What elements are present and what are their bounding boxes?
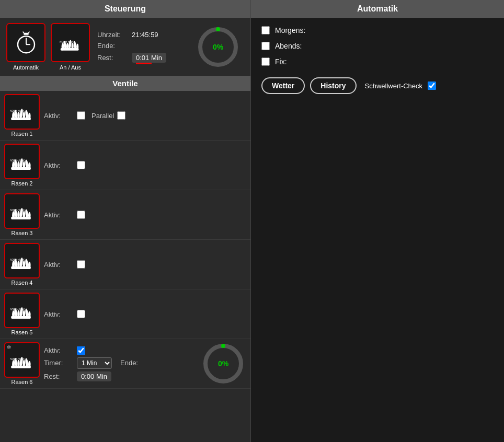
progress-circle-top: 0% (197, 26, 239, 68)
rasen6-label: Rasen 6 (12, 379, 33, 385)
history-button[interactable]: History (310, 77, 356, 94)
svg-rect-60 (11, 316, 31, 319)
svg-rect-1 (24, 32, 29, 34)
grass-icon-top: NORH-HIYAK (58, 30, 83, 55)
rest-label-top: Rest: (97, 54, 129, 62)
wetter-button[interactable]: Wetter (261, 77, 305, 94)
an-aus-button[interactable]: NORH-HIYAK An / Aus (51, 23, 90, 71)
automatik-buttons: Wetter History Schwellwert-Check (261, 77, 494, 94)
svg-text:NORH-HIYAK: NORH-HIYAK (10, 358, 25, 360)
aktiv-label-r4: Aktiv: (44, 261, 73, 269)
progress-pct-bottom: 0% (218, 359, 228, 368)
automatik-content: Morgens: Abends: Fix: Wetter History Sch… (251, 18, 504, 102)
ventile-item-rasen3: NORH-HIYAK Rasen 3 Aktiv: (0, 190, 250, 240)
ventile-list: NORH-HIYAK Rasen 1 Aktiv: Parallel (0, 91, 250, 442)
abends-checkbox[interactable] (261, 42, 270, 50)
svg-rect-13 (60, 48, 78, 50)
parallel-label-r1: Parallel (91, 112, 114, 120)
aktiv-checkbox-r4[interactable] (77, 260, 85, 269)
svg-text:NORH-HIYAK: NORH-HIYAK (10, 110, 25, 112)
ventile-header: Ventile (0, 76, 250, 91)
aktiv-label-r2: Aktiv: (44, 161, 73, 169)
timer-select-r6[interactable]: 1 Min 2 Min 5 Min 10 Min (77, 357, 112, 369)
ende-label-r6: Ende: (120, 359, 138, 367)
fix-checkbox[interactable] (261, 57, 270, 66)
svg-rect-24 (11, 118, 31, 120)
grass-icon-r6: NORH-HIYAK (8, 350, 36, 370)
rasen3-label: Rasen 3 (12, 230, 33, 236)
rasen6-controls: Aktiv: Timer: 1 Min 2 Min 5 Min 10 Min E… (44, 346, 194, 381)
rasen1-controls: Aktiv: Parallel (44, 111, 246, 120)
aktiv-checkbox-r6[interactable] (77, 346, 85, 355)
schwellwert-label: Schwellwert-Check (365, 82, 423, 90)
morgens-checkbox[interactable] (261, 26, 270, 34)
grass-icon-r1: NORH-HIYAK (8, 101, 36, 122)
svg-text:NORH-HIYAK: NORH-HIYAK (10, 209, 25, 212)
automatik-header: Automatik (251, 0, 504, 18)
rasen5-icon[interactable]: NORH-HIYAK (4, 293, 40, 328)
rest-label-r6: Rest: (44, 373, 73, 380)
rasen5-controls: Aktiv: (44, 310, 246, 318)
rasen2-icon[interactable]: NORH-HIYAK (4, 144, 40, 179)
aktiv-label-r6: Aktiv: (44, 346, 73, 354)
aktiv-label-r5: Aktiv: (44, 310, 73, 318)
abends-label: Abends: (275, 42, 302, 50)
ventile-item-rasen5: NORH-HIYAK Rasen 5 Aktiv: (0, 289, 250, 339)
rasen1-icon[interactable]: NORH-HIYAK (4, 94, 40, 130)
rasen2-label: Rasen 2 (12, 180, 33, 187)
timer-icon (14, 30, 39, 55)
timer-label-r6: Timer: (44, 359, 73, 367)
progress-pct-top: 0% (213, 43, 223, 51)
rest-value-r6: 0:00 Min (77, 371, 111, 381)
automatik-button[interactable]: Automatik (6, 23, 45, 71)
schwellwert-checkbox[interactable] (428, 82, 436, 90)
svg-line-4 (22, 31, 24, 33)
rasen1-label: Rasen 1 (12, 131, 33, 137)
fix-row: Fix: (261, 57, 494, 66)
steuerung-top: Automatik (0, 18, 250, 76)
uhrzeit-label: Uhrzeit: (97, 31, 129, 39)
aktiv-label-r3: Aktiv: (44, 211, 73, 219)
aktiv-label-r1: Aktiv: (44, 112, 73, 120)
grass-icon-r5: NORH-HIYAK (8, 300, 36, 321)
aktiv-checkbox-r5[interactable] (77, 310, 85, 318)
progress-circle-bottom: 0% (202, 343, 244, 385)
aktiv-checkbox-r3[interactable] (77, 211, 85, 219)
morgens-row: Morgens: (261, 26, 494, 34)
grass-icon-r4: NORH-HIYAK (8, 250, 36, 271)
grass-icon-r2: NORH-HIYAK (8, 151, 36, 172)
svg-rect-33 (11, 167, 31, 170)
fix-label: Fix: (275, 57, 287, 66)
svg-text:NORH-HIYAK: NORH-HIYAK (10, 159, 25, 162)
rasen4-label: Rasen 4 (12, 280, 33, 286)
svg-text:NORH-HIYAK: NORH-HIYAK (10, 259, 25, 261)
svg-line-5 (28, 31, 29, 33)
rasen3-icon[interactable]: NORH-HIYAK (4, 193, 40, 229)
rasen6-icon[interactable]: ✻ NORH- (4, 342, 40, 378)
rasen3-controls: Aktiv: (44, 211, 246, 219)
ventile-item-rasen6: ✻ NORH- (0, 339, 250, 389)
rasen4-icon[interactable]: NORH-HIYAK (4, 243, 40, 278)
svg-text:NORH-HIYAK: NORH-HIYAK (10, 308, 25, 311)
rasen5-label: Rasen 5 (12, 329, 33, 335)
svg-text:NORH-HIYAK: NORH-HIYAK (60, 41, 76, 43)
ventile-item-rasen2: NORH-HIYAK Rasen 2 Aktiv: (0, 141, 250, 190)
ventile-item-rasen4: NORH-HIYAK Rasen 4 Aktiv: (0, 240, 250, 289)
morgens-label: Morgens: (275, 26, 305, 34)
automatik-label: Automatik (13, 64, 39, 71)
parallel-checkbox-r1[interactable] (117, 111, 125, 120)
svg-rect-42 (11, 217, 31, 219)
snowflake-icon: ✻ (7, 344, 11, 350)
rest-value-top: 0:01 Min (132, 53, 166, 63)
an-aus-label: An / Aus (60, 64, 81, 71)
abends-row: Abends: (261, 42, 494, 50)
steuerung-info: Uhrzeit: 21:45:59 Ende: Rest: 0:01 Min (97, 31, 174, 63)
steuerung-header: Steuerung (0, 0, 250, 18)
aktiv-checkbox-r2[interactable] (77, 161, 85, 169)
grass-icon-r3: NORH-HIYAK (8, 201, 36, 222)
svg-rect-69 (11, 366, 31, 368)
uhrzeit-value: 21:45:59 (132, 31, 174, 39)
aktiv-checkbox-r1[interactable] (77, 111, 85, 120)
svg-rect-51 (11, 266, 31, 269)
ventile-item-rasen1: NORH-HIYAK Rasen 1 Aktiv: Parallel (0, 91, 250, 141)
